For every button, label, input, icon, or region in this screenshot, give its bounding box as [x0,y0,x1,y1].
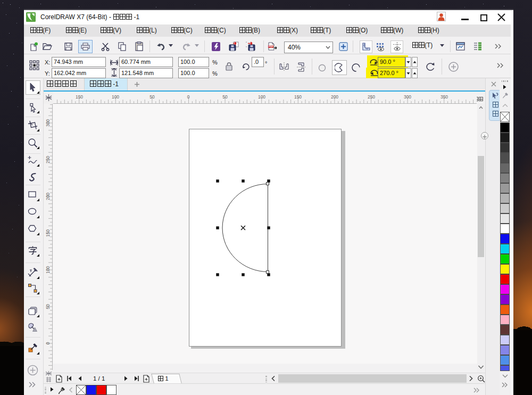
svg-text:PDF: PDF [269,45,273,48]
svg-text:0: 0 [45,342,51,344]
svg-text:150: 150 [76,94,83,100]
svg-text:0: 0 [187,94,190,100]
svg-text:50: 50 [45,304,51,309]
svg-text:250: 250 [45,156,51,163]
svg-text:50: 50 [222,94,228,100]
svg-text:150: 150 [294,94,302,100]
svg-text:100: 100 [112,94,119,100]
svg-text:100: 100 [45,266,51,274]
svg-text:150: 150 [45,229,51,237]
svg-text:350: 350 [440,94,448,100]
svg-text:200: 200 [331,94,338,100]
svg-text:300: 300 [404,94,411,100]
svg-text:50: 50 [149,94,155,100]
svg-text:300: 300 [45,119,51,127]
svg-text:250: 250 [368,94,375,100]
svg-text:100: 100 [258,94,265,100]
svg-text:200: 200 [45,193,51,200]
